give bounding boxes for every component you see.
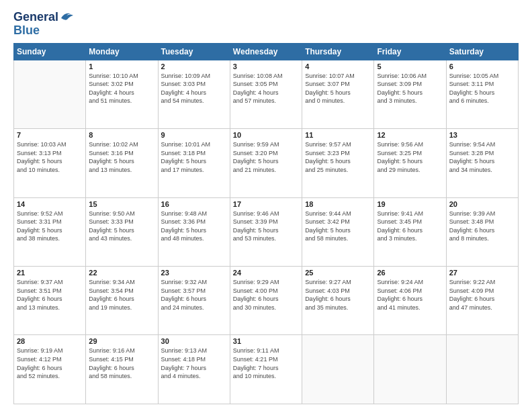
day-number: 10 (233, 131, 299, 139)
day-number: 2 (161, 62, 227, 71)
day-number: 12 (377, 131, 443, 139)
page: General Blue SundayMondayTuesdayWednesda… (0, 0, 532, 411)
calendar-cell: 1Sunrise: 10:10 AM Sunset: 3:02 PM Dayli… (86, 60, 158, 128)
calendar-row-3: 21Sunrise: 9:37 AM Sunset: 3:51 PM Dayli… (14, 267, 519, 335)
calendar-cell: 20Sunrise: 9:39 AM Sunset: 3:48 PM Dayli… (446, 197, 518, 266)
day-number: 1 (89, 62, 154, 71)
day-info: Sunrise: 9:54 AM Sunset: 3:28 PM Dayligh… (449, 140, 515, 174)
day-info: Sunrise: 9:57 AM Sunset: 3:23 PM Dayligh… (305, 140, 371, 174)
logo-general: General (13, 11, 58, 24)
day-info: Sunrise: 9:59 AM Sunset: 3:20 PM Dayligh… (233, 140, 299, 174)
day-number: 18 (305, 200, 371, 208)
day-info: Sunrise: 9:22 AM Sunset: 4:09 PM Dayligh… (449, 278, 515, 312)
day-info: Sunrise: 10:07 AM Sunset: 3:07 PM Daylig… (305, 72, 371, 105)
calendar-cell: 9Sunrise: 10:01 AM Sunset: 3:18 PM Dayli… (158, 129, 230, 197)
day-number: 16 (161, 200, 227, 208)
logo-blue: Blue (13, 24, 75, 38)
day-info: Sunrise: 10:06 AM Sunset: 3:09 PM Daylig… (377, 72, 443, 105)
day-number: 23 (161, 269, 227, 277)
day-info: Sunrise: 9:41 AM Sunset: 3:45 PM Dayligh… (377, 210, 443, 243)
day-info: Sunrise: 10:01 AM Sunset: 3:18 PM Daylig… (161, 140, 227, 174)
day-number: 21 (17, 269, 83, 277)
day-number: 15 (89, 200, 154, 208)
calendar-cell (14, 60, 86, 128)
calendar-cell: 10Sunrise: 9:59 AM Sunset: 3:20 PM Dayli… (230, 129, 302, 197)
day-info: Sunrise: 9:44 AM Sunset: 3:42 PM Dayligh… (305, 210, 371, 243)
day-info: Sunrise: 10:10 AM Sunset: 3:02 PM Daylig… (89, 72, 154, 105)
calendar-cell: 7Sunrise: 10:03 AM Sunset: 3:13 PM Dayli… (14, 129, 86, 197)
day-number: 19 (377, 200, 443, 208)
day-info: Sunrise: 9:52 AM Sunset: 3:31 PM Dayligh… (17, 210, 83, 243)
calendar-cell: 12Sunrise: 9:56 AM Sunset: 3:25 PM Dayli… (374, 129, 446, 197)
calendar-cell: 14Sunrise: 9:52 AM Sunset: 3:31 PM Dayli… (14, 197, 86, 266)
day-number: 24 (233, 269, 299, 277)
day-number: 27 (449, 269, 515, 277)
logo: General Blue (13, 11, 75, 38)
day-info: Sunrise: 10:09 AM Sunset: 3:03 PM Daylig… (161, 72, 227, 105)
calendar-cell: 22Sunrise: 9:34 AM Sunset: 3:54 PM Dayli… (86, 267, 158, 335)
calendar-cell: 28Sunrise: 9:19 AM Sunset: 4:12 PM Dayli… (14, 335, 86, 404)
day-info: Sunrise: 10:03 AM Sunset: 3:13 PM Daylig… (17, 140, 83, 174)
calendar-cell: 2Sunrise: 10:09 AM Sunset: 3:03 PM Dayli… (158, 60, 230, 128)
calendar-cell: 27Sunrise: 9:22 AM Sunset: 4:09 PM Dayli… (446, 267, 518, 335)
day-number: 31 (233, 337, 299, 345)
day-info: Sunrise: 9:37 AM Sunset: 3:51 PM Dayligh… (17, 278, 83, 312)
day-number: 5 (377, 62, 443, 71)
calendar-cell: 24Sunrise: 9:29 AM Sunset: 4:00 PM Dayli… (230, 267, 302, 335)
day-info: Sunrise: 9:50 AM Sunset: 3:33 PM Dayligh… (89, 210, 154, 243)
calendar-cell: 18Sunrise: 9:44 AM Sunset: 3:42 PM Dayli… (302, 197, 374, 266)
calendar-cell: 15Sunrise: 9:50 AM Sunset: 3:33 PM Dayli… (86, 197, 158, 266)
calendar-cell: 26Sunrise: 9:24 AM Sunset: 4:06 PM Dayli… (374, 267, 446, 335)
calendar-cell: 21Sunrise: 9:37 AM Sunset: 3:51 PM Dayli… (14, 267, 86, 335)
day-info: Sunrise: 9:39 AM Sunset: 3:48 PM Dayligh… (449, 210, 515, 243)
calendar-cell: 3Sunrise: 10:08 AM Sunset: 3:05 PM Dayli… (230, 60, 302, 128)
day-number: 14 (17, 200, 83, 208)
day-info: Sunrise: 10:02 AM Sunset: 3:16 PM Daylig… (89, 140, 154, 174)
day-info: Sunrise: 9:56 AM Sunset: 3:25 PM Dayligh… (377, 140, 443, 174)
day-info: Sunrise: 9:29 AM Sunset: 4:00 PM Dayligh… (233, 278, 299, 312)
calendar-cell (302, 335, 374, 404)
day-info: Sunrise: 10:05 AM Sunset: 3:11 PM Daylig… (449, 72, 515, 105)
calendar-cell: 13Sunrise: 9:54 AM Sunset: 3:28 PM Dayli… (446, 129, 518, 197)
calendar-header-tuesday: Tuesday (158, 43, 230, 60)
calendar-table: SundayMondayTuesdayWednesdayThursdayFrid… (13, 43, 519, 404)
calendar-cell: 29Sunrise: 9:16 AM Sunset: 4:15 PM Dayli… (86, 335, 158, 404)
calendar-cell (446, 335, 518, 404)
calendar-row-1: 7Sunrise: 10:03 AM Sunset: 3:13 PM Dayli… (14, 129, 519, 197)
calendar-cell: 5Sunrise: 10:06 AM Sunset: 3:09 PM Dayli… (374, 60, 446, 128)
day-number: 20 (449, 200, 515, 208)
calendar-cell: 4Sunrise: 10:07 AM Sunset: 3:07 PM Dayli… (302, 60, 374, 128)
calendar-header-monday: Monday (86, 43, 158, 60)
calendar-row-4: 28Sunrise: 9:19 AM Sunset: 4:12 PM Dayli… (14, 335, 519, 404)
calendar-cell: 8Sunrise: 10:02 AM Sunset: 3:16 PM Dayli… (86, 129, 158, 197)
day-number: 4 (305, 62, 371, 71)
day-info: Sunrise: 9:16 AM Sunset: 4:15 PM Dayligh… (89, 347, 154, 380)
calendar-header-friday: Friday (374, 43, 446, 60)
day-number: 9 (161, 131, 227, 139)
calendar-cell: 17Sunrise: 9:46 AM Sunset: 3:39 PM Dayli… (230, 197, 302, 266)
day-number: 28 (17, 337, 83, 345)
day-number: 3 (233, 62, 299, 71)
calendar-header-saturday: Saturday (446, 43, 518, 60)
calendar-cell: 25Sunrise: 9:27 AM Sunset: 4:03 PM Dayli… (302, 267, 374, 335)
day-info: Sunrise: 9:48 AM Sunset: 3:36 PM Dayligh… (161, 210, 227, 243)
calendar-cell: 16Sunrise: 9:48 AM Sunset: 3:36 PM Dayli… (158, 197, 230, 266)
logo-bird-icon (60, 10, 75, 22)
day-number: 11 (305, 131, 371, 139)
calendar-header-wednesday: Wednesday (230, 43, 302, 60)
day-number: 6 (449, 62, 515, 71)
calendar-cell: 6Sunrise: 10:05 AM Sunset: 3:11 PM Dayli… (446, 60, 518, 128)
calendar-cell (374, 335, 446, 404)
day-number: 30 (161, 337, 227, 345)
day-number: 26 (377, 269, 443, 277)
day-number: 29 (89, 337, 154, 345)
calendar-header-thursday: Thursday (302, 43, 374, 60)
calendar-cell: 23Sunrise: 9:32 AM Sunset: 3:57 PM Dayli… (158, 267, 230, 335)
day-info: Sunrise: 10:08 AM Sunset: 3:05 PM Daylig… (233, 72, 299, 105)
calendar-cell: 19Sunrise: 9:41 AM Sunset: 3:45 PM Dayli… (374, 197, 446, 266)
day-number: 25 (305, 269, 371, 277)
calendar-cell: 31Sunrise: 9:11 AM Sunset: 4:21 PM Dayli… (230, 335, 302, 404)
day-info: Sunrise: 9:46 AM Sunset: 3:39 PM Dayligh… (233, 210, 299, 243)
day-info: Sunrise: 9:13 AM Sunset: 4:18 PM Dayligh… (161, 347, 227, 380)
calendar-header-row: SundayMondayTuesdayWednesdayThursdayFrid… (14, 43, 519, 60)
